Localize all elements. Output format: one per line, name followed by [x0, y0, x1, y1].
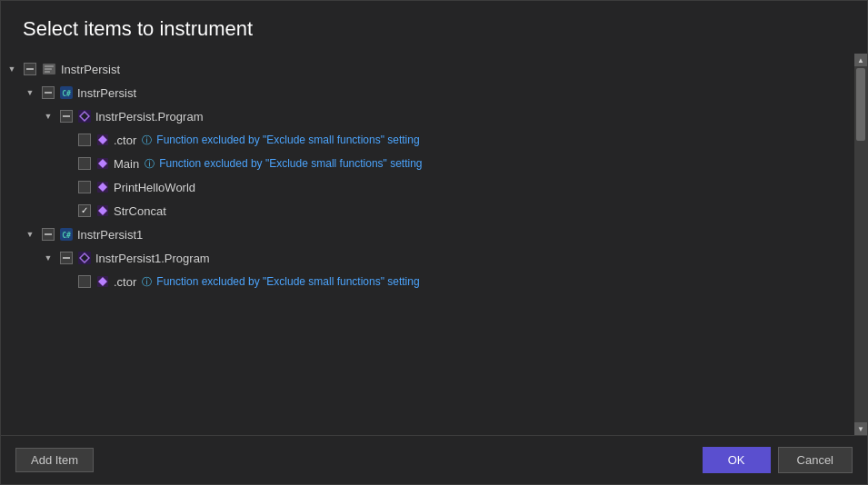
tree-row: ▼ InstrPersist [1, 57, 854, 81]
scroll-down-arrow[interactable]: ▼ [854, 422, 867, 435]
svg-text:C#: C# [62, 90, 71, 98]
tree-row: ▼ InstrPersist.Program [1, 104, 854, 128]
class-icon [77, 109, 92, 124]
tree-row: ▼ C# InstrPersist1 [1, 223, 854, 246]
checkbox[interactable] [78, 157, 91, 170]
svg-rect-2 [45, 68, 52, 70]
dialog: Select items to instrument ▼ InstrPersis… [0, 0, 868, 485]
project-icon: C# [59, 85, 74, 100]
tree-scroll[interactable]: ▼ InstrPersist▼ C# InstrPersist▼ InstrPe… [1, 54, 854, 435]
node-label: Main [114, 157, 139, 171]
expander-icon[interactable]: ▼ [5, 62, 19, 76]
expander-icon[interactable]: ▼ [23, 227, 37, 242]
tree-row: .ctorⓘ Function excluded by "Exclude sma… [1, 128, 854, 152]
excluded-link[interactable]: Function excluded by "Exclude small func… [156, 134, 419, 146]
node-label: PrintHelloWorld [114, 181, 195, 194]
class-icon [77, 251, 92, 265]
assembly-icon [41, 61, 57, 77]
node-label: InstrPersist1 [77, 228, 143, 242]
checkbox[interactable] [78, 134, 91, 146]
scrollbar-thumb[interactable] [856, 68, 865, 141]
node-label: InstrPersist.Program [95, 110, 203, 124]
method-icon [95, 274, 110, 289]
scroll-up-arrow[interactable]: ▲ [854, 54, 867, 66]
bottom-bar: Add Item OK Cancel [1, 435, 867, 484]
tree-row: ▼ InstrPersist1.Program [1, 246, 854, 270]
method-icon [95, 133, 110, 147]
checkbox[interactable] [42, 228, 55, 241]
svg-text:C#: C# [62, 232, 71, 240]
method-icon [95, 180, 110, 194]
method-icon [95, 203, 110, 218]
project-icon: C# [59, 227, 74, 242]
node-label: .ctor [114, 275, 136, 289]
add-item-button[interactable]: Add Item [15, 448, 94, 472]
cancel-button[interactable]: Cancel [778, 447, 853, 473]
node-label: InstrPersist [61, 63, 120, 76]
tree-row: Mainⓘ Function excluded by "Exclude smal… [1, 152, 854, 175]
tree-row: PrintHelloWorld [1, 175, 854, 199]
checkbox[interactable] [60, 252, 73, 264]
node-label: InstrPersist [77, 86, 136, 100]
expander-icon[interactable]: ▼ [23, 85, 37, 100]
node-label: .ctor [114, 134, 136, 147]
dialog-title: Select items to instrument [1, 1, 867, 54]
scrollbar-track: ▲ ▼ [854, 54, 867, 435]
checkbox[interactable] [60, 110, 73, 123]
excluded-link[interactable]: Function excluded by "Exclude small func… [156, 275, 419, 288]
expander-icon[interactable]: ▼ [41, 109, 55, 124]
info-icon[interactable]: ⓘ [145, 157, 155, 171]
info-icon[interactable]: ⓘ [142, 275, 152, 289]
info-icon[interactable]: ⓘ [142, 134, 152, 147]
checkbox[interactable] [24, 63, 36, 75]
node-label: StrConcat [114, 204, 166, 218]
node-label: InstrPersist1.Program [95, 252, 210, 265]
svg-rect-1 [45, 65, 54, 67]
tree-row: ▼ C# InstrPersist [1, 81, 854, 104]
ok-button[interactable]: OK [703, 447, 771, 473]
tree-row: StrConcat [1, 199, 854, 223]
method-icon [95, 156, 110, 171]
checkbox[interactable] [42, 86, 55, 99]
checkbox[interactable] [78, 181, 91, 193]
excluded-link[interactable]: Function excluded by "Exclude small func… [159, 157, 422, 170]
tree-row: .ctorⓘ Function excluded by "Exclude sma… [1, 270, 854, 293]
checkbox[interactable] [78, 204, 91, 217]
expander-icon[interactable]: ▼ [41, 251, 55, 265]
svg-rect-3 [45, 71, 50, 73]
checkbox[interactable] [78, 275, 91, 288]
tree-area: ▼ InstrPersist▼ C# InstrPersist▼ InstrPe… [1, 54, 867, 435]
dialog-buttons: OK Cancel [703, 447, 853, 473]
